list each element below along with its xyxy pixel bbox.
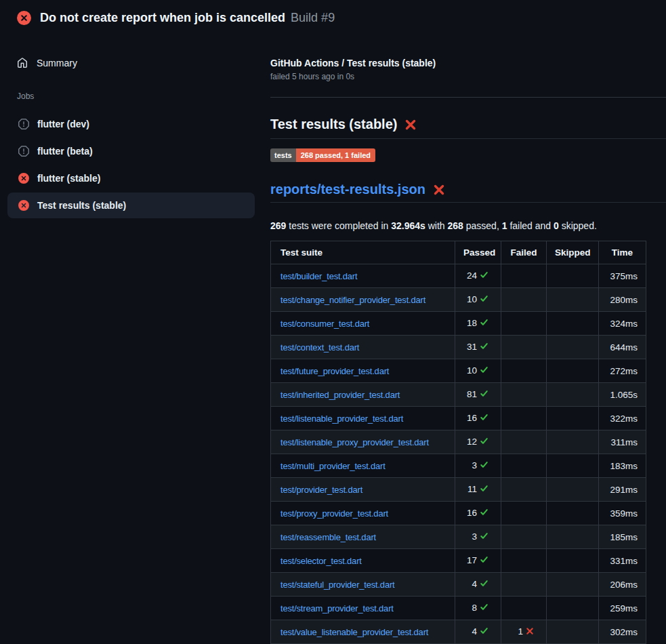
x-circle-icon (18, 173, 29, 184)
test-suite-link[interactable]: test/listenable_provider_test.dart (280, 414, 403, 424)
report-heading-row: Test results (stable) (270, 116, 666, 139)
passed-count: 11 (467, 484, 477, 494)
x-circle-icon (18, 200, 29, 211)
job-item-label: flutter (beta) (37, 146, 93, 157)
table-row: test/listenable_proxy_provider_test.dart… (271, 430, 646, 454)
test-suite-link[interactable]: test/consumer_test.dart (280, 319, 369, 329)
time-cell: 259ms (599, 597, 646, 620)
report-file-link[interactable]: reports/test-results.json (270, 181, 425, 198)
failed-cell (501, 525, 547, 549)
failed-cell (501, 288, 547, 312)
table-row: test/inherited_provider_test.dart811.065… (271, 383, 646, 407)
check-icon (480, 555, 488, 567)
summary-part: passed, (463, 220, 502, 231)
cross-mark-icon (404, 119, 417, 131)
test-suite-cell: test/context_test.dart (271, 336, 455, 359)
skipped-cell (547, 336, 599, 359)
sidebar-item-flutter-stable[interactable]: flutter (stable) (7, 165, 255, 191)
check-icon (480, 341, 488, 354)
passed-count: 31 (467, 342, 477, 352)
skipped-cell (547, 502, 599, 525)
test-suite-link[interactable]: test/future_provider_test.dart (280, 366, 389, 376)
table-row: test/listenable_provider_test.dart16322m… (271, 407, 646, 430)
summary-part: 268 (448, 220, 463, 231)
passed-cell: 24 (455, 264, 501, 288)
test-suite-link[interactable]: test/inherited_provider_test.dart (280, 390, 400, 400)
failed-cell: 1 (501, 620, 547, 644)
badge-label: tests (270, 148, 296, 162)
cross-mark-icon (433, 184, 445, 196)
sidebar-item-flutter-dev[interactable]: flutter (dev) (7, 111, 255, 137)
summary-part: tests were completed in (286, 220, 391, 231)
passed-count: 4 (472, 626, 477, 637)
test-suite-link[interactable]: test/builder_test.dart (280, 271, 357, 281)
test-suite-link[interactable]: test/provider_test.dart (280, 485, 362, 495)
table-row: test/future_provider_test.dart10272ms (271, 359, 646, 383)
col-header-passed: Passed (455, 241, 501, 264)
test-suite-link[interactable]: test/multi_provider_test.dart (280, 461, 386, 471)
check-icon (480, 270, 488, 283)
test-suite-link[interactable]: test/listenable_proxy_provider_test.dart (280, 437, 429, 447)
skipped-cell (547, 454, 599, 478)
check-icon (480, 412, 488, 425)
test-suite-cell: test/value_listenable_provider_test.dart (271, 620, 455, 644)
skipped-cell (547, 573, 599, 597)
passed-count: 16 (467, 508, 477, 518)
col-header-time: Time (599, 241, 646, 264)
skipped-cell (547, 620, 599, 644)
sidebar-item-flutter-beta[interactable]: flutter (beta) (7, 138, 255, 164)
failed-cell (501, 430, 547, 454)
check-icon (480, 483, 488, 496)
check-icon (480, 602, 488, 615)
job-item-label: flutter (stable) (37, 173, 100, 184)
summary-part: with (425, 220, 448, 231)
check-icon (480, 436, 488, 449)
skipped-cell (547, 430, 599, 454)
time-cell: 1.065s (599, 383, 646, 407)
test-suite-link[interactable]: test/stateful_provider_test.dart (280, 580, 394, 590)
passed-count: 16 (467, 413, 477, 423)
job-item-label: Test results (stable) (37, 200, 126, 211)
passed-cell: 10 (455, 288, 501, 312)
skipped-cell (547, 597, 599, 620)
test-suite-link[interactable]: test/selector_test.dart (280, 556, 362, 566)
passed-count: 10 (467, 294, 477, 304)
test-suite-link[interactable]: test/reassemble_test.dart (280, 532, 376, 542)
failed-cell (501, 549, 547, 573)
check-icon (480, 365, 488, 378)
passed-count: 3 (472, 531, 477, 542)
test-suite-link[interactable]: test/proxy_provider_test.dart (280, 508, 388, 519)
test-suite-cell: test/builder_test.dart (271, 264, 455, 288)
summary-part: skipped. (559, 220, 597, 231)
breadcrumb: GitHub Actions / Test results (stable) (270, 57, 666, 69)
col-header-test-suite: Test suite (271, 241, 455, 264)
check-icon (480, 626, 488, 639)
passed-cell: 11 (455, 478, 501, 502)
passed-count: 81 (467, 389, 477, 399)
sidebar-item-test-results-stable[interactable]: Test results (stable) (7, 193, 255, 218)
time-cell: 183ms (599, 454, 646, 478)
test-suite-link[interactable]: test/context_test.dart (280, 342, 359, 353)
summary-part: failed and (507, 220, 554, 231)
test-suite-cell: test/change_notifier_provider_test.dart (271, 288, 455, 312)
table-row: test/multi_provider_test.dart3183ms (271, 454, 646, 478)
test-suite-link[interactable]: test/value_listenable_provider_test.dart (280, 627, 428, 637)
time-cell: 280ms (599, 288, 646, 312)
report-title: Test results (stable) (270, 116, 397, 133)
summary-part: 32.964s (391, 220, 425, 231)
passed-cell: 8 (455, 597, 501, 620)
test-suite-link[interactable]: test/stream_provider_test.dart (280, 603, 394, 613)
col-header-skipped: Skipped (547, 241, 599, 264)
passed-cell: 17 (455, 549, 501, 573)
home-icon (17, 58, 28, 68)
passed-count: 12 (467, 437, 477, 447)
main-content: GitHub Actions / Test results (stable) f… (270, 57, 666, 644)
skipped-cell (547, 264, 599, 288)
skipped-cell (547, 549, 599, 573)
test-suite-cell: test/consumer_test.dart (271, 312, 455, 336)
skipped-cell (547, 525, 599, 549)
test-suite-link[interactable]: test/change_notifier_provider_test.dart (280, 295, 425, 305)
sidebar-item-summary[interactable]: Summary (0, 54, 262, 72)
failed-cell (501, 407, 547, 430)
skipped-cell (547, 359, 599, 383)
